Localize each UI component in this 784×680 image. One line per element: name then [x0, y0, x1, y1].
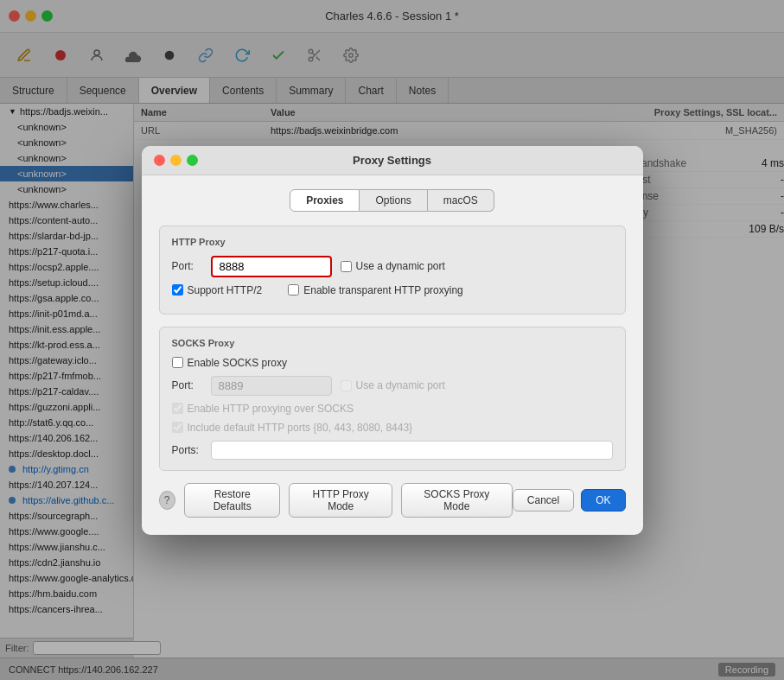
socks-proxy-mode-button[interactable]: SOCKS Proxy Mode: [401, 483, 513, 518]
footer-right: Cancel OK: [513, 489, 626, 512]
help-button[interactable]: ?: [159, 491, 175, 510]
socks-enable-checkbox[interactable]: [172, 357, 183, 368]
socks-http-checkbox: [172, 403, 183, 414]
modal-min-button[interactable]: [170, 155, 182, 166]
cancel-button[interactable]: Cancel: [513, 489, 574, 512]
support-http2-label[interactable]: Support HTTP/2: [172, 284, 263, 296]
socks-default-ports-row: Include default HTTP ports {80, 443, 808…: [172, 422, 613, 434]
socks-ports-row: Ports:: [172, 441, 613, 460]
ports-label: Ports:: [172, 444, 202, 456]
http-dynamic-port-checkbox[interactable]: [341, 261, 352, 272]
http-port-row: Port: Use a dynamic port: [172, 256, 613, 277]
modal-overlay: Proxy Settings Proxies Options macOS HTT…: [0, 0, 784, 680]
modal-title: Proxy Settings: [353, 154, 431, 167]
ports-input[interactable]: [211, 441, 613, 460]
footer-left: ? Restore Defaults HTTP Proxy Mode SOCKS…: [159, 483, 513, 518]
socks-port-input: [211, 376, 332, 396]
modal-tab-options[interactable]: Options: [360, 189, 427, 212]
http-port-label: Port:: [172, 260, 202, 272]
socks-proxy-section: SOCKS Proxy Enable SOCKS proxy Port: Use…: [159, 327, 626, 471]
proxy-settings-modal: Proxy Settings Proxies Options macOS HTT…: [142, 146, 643, 535]
restore-defaults-button[interactable]: Restore Defaults: [184, 483, 281, 518]
modal-window-controls[interactable]: [154, 155, 198, 166]
socks-http-label: Enable HTTP proxying over SOCKS: [172, 403, 354, 415]
http-proxy-mode-button[interactable]: HTTP Proxy Mode: [289, 483, 392, 518]
socks-proxy-title: SOCKS Proxy: [172, 338, 613, 348]
socks-default-ports-label: Include default HTTP ports {80, 443, 808…: [172, 422, 413, 434]
modal-body: Proxies Options macOS HTTP Proxy Port: U…: [142, 175, 643, 535]
transparent-checkbox[interactable]: [288, 284, 299, 296]
socks-http-row: Enable HTTP proxying over SOCKS: [172, 403, 613, 415]
socks-dynamic-port-checkbox: [341, 380, 352, 391]
http-proxy-section: HTTP Proxy Port: Use a dynamic port Supp…: [159, 226, 626, 315]
socks-default-ports-checkbox: [172, 422, 183, 433]
modal-tab-macos[interactable]: macOS: [428, 189, 494, 212]
modal-tab-proxies[interactable]: Proxies: [290, 189, 360, 212]
http-proxy-title: HTTP Proxy: [172, 237, 613, 247]
http-port-input[interactable]: [211, 256, 332, 277]
socks-port-label: Port:: [172, 379, 202, 391]
ok-button[interactable]: OK: [581, 489, 625, 512]
modal-footer: ? Restore Defaults HTTP Proxy Mode SOCKS…: [159, 483, 626, 518]
socks-dynamic-port-label: Use a dynamic port: [341, 379, 445, 391]
modal-close-button[interactable]: [154, 155, 165, 166]
modal-title-bar: Proxy Settings: [142, 146, 643, 175]
http-options-row: Support HTTP/2 Enable transparent HTTP p…: [172, 284, 613, 296]
socks-enable-row: Enable SOCKS proxy: [172, 357, 613, 369]
support-http2-checkbox[interactable]: [172, 284, 183, 296]
modal-tabs: Proxies Options macOS: [159, 189, 626, 212]
modal-max-button[interactable]: [187, 155, 198, 166]
http-dynamic-port-label: Use a dynamic port: [341, 260, 445, 272]
socks-enable-label[interactable]: Enable SOCKS proxy: [172, 357, 287, 369]
socks-port-row: Port: Use a dynamic port: [172, 376, 613, 396]
transparent-label[interactable]: Enable transparent HTTP proxying: [288, 284, 463, 296]
